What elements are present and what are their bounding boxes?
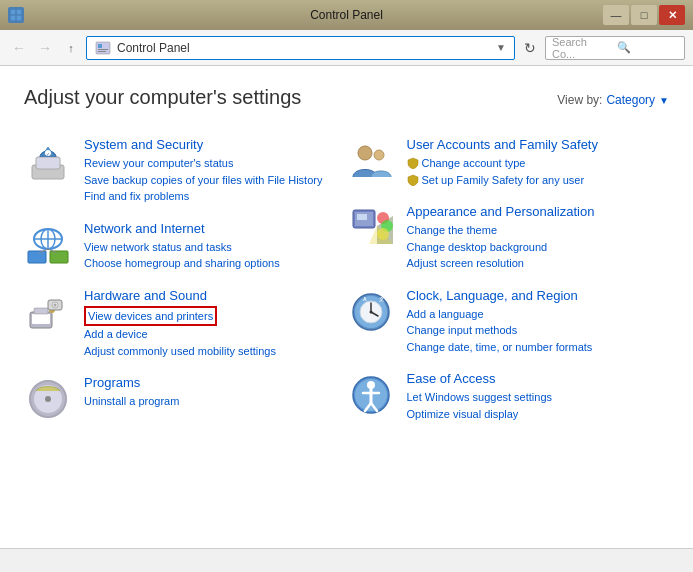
- svg-point-26: [54, 303, 57, 306]
- shield-small-icon2: [407, 174, 419, 186]
- link-screen-resolution[interactable]: Adjust screen resolution: [407, 255, 670, 272]
- right-column: User Accounts and Family Safety Change a…: [347, 129, 670, 431]
- svg-point-31: [358, 146, 372, 160]
- search-placeholder: Search Co...: [552, 36, 613, 60]
- address-icon: [95, 40, 111, 56]
- appearance-icon: [347, 204, 395, 252]
- svg-rect-3: [17, 16, 22, 21]
- svg-rect-0: [11, 10, 16, 15]
- svg-point-32: [374, 150, 384, 160]
- ease-access-icon: [347, 371, 395, 419]
- svg-point-47: [369, 310, 372, 313]
- view-by-arrow[interactable]: ▼: [659, 95, 669, 106]
- forward-button[interactable]: →: [34, 37, 56, 59]
- hardware-icon: [24, 288, 72, 336]
- view-by-value[interactable]: Category: [606, 93, 655, 107]
- link-suggest-settings[interactable]: Let Windows suggest settings: [407, 389, 670, 406]
- close-button[interactable]: ✕: [659, 5, 685, 25]
- maximize-button[interactable]: □: [631, 5, 657, 25]
- categories-grid: ✓ System and Security Review your comput…: [24, 129, 669, 431]
- link-change-theme[interactable]: Change the theme: [407, 222, 670, 239]
- category-user-accounts: User Accounts and Family Safety Change a…: [347, 129, 670, 196]
- clock-title[interactable]: Clock, Language, and Region: [407, 288, 670, 303]
- svg-rect-21: [32, 314, 50, 324]
- window-controls: — □ ✕: [603, 5, 685, 25]
- link-optimize-display[interactable]: Optimize visual display: [407, 406, 670, 423]
- svg-text:✓: ✓: [46, 151, 50, 157]
- link-family-safety[interactable]: Set up Family Safety for any user: [422, 172, 585, 189]
- category-system-security: ✓ System and Security Review your comput…: [24, 129, 347, 213]
- svg-rect-12: [28, 251, 46, 263]
- svg-rect-2: [11, 16, 16, 21]
- link-change-account-type[interactable]: Change account type: [422, 155, 526, 172]
- link-add-language[interactable]: Add a language: [407, 306, 670, 323]
- svg-rect-6: [98, 49, 108, 50]
- link-add-device[interactable]: Add a device: [84, 326, 347, 343]
- svg-point-41: [377, 228, 389, 240]
- view-by-label: View by:: [557, 93, 602, 107]
- programs-title[interactable]: Programs: [84, 375, 347, 390]
- link-desktop-background[interactable]: Change desktop background: [407, 239, 670, 256]
- user-accounts-title[interactable]: User Accounts and Family Safety: [407, 137, 670, 152]
- ease-access-content: Ease of Access Let Windows suggest setti…: [407, 371, 670, 422]
- svg-rect-9: [36, 157, 60, 169]
- window-title: Control Panel: [310, 8, 383, 22]
- app-icon: [8, 7, 24, 23]
- link-date-time[interactable]: Change date, time, or number formats: [407, 339, 670, 356]
- shield-small-icon: [407, 157, 419, 169]
- network-content: Network and Internet View network status…: [84, 221, 347, 272]
- user-accounts-content: User Accounts and Family Safety Change a…: [407, 137, 670, 188]
- appearance-content: Appearance and Personalization Change th…: [407, 204, 670, 272]
- svg-point-29: [45, 396, 51, 402]
- link-review-status[interactable]: Review your computer's status: [84, 155, 347, 172]
- svg-text:A: A: [363, 296, 367, 302]
- system-security-icon: ✓: [24, 137, 72, 185]
- link-mobility[interactable]: Adjust commonly used mobility settings: [84, 343, 347, 360]
- link-uninstall[interactable]: Uninstall a program: [84, 393, 347, 410]
- category-hardware: Hardware and Sound View devices and prin…: [24, 280, 347, 368]
- svg-rect-1: [17, 10, 22, 15]
- link-input-methods[interactable]: Change input methods: [407, 322, 670, 339]
- minimize-button[interactable]: —: [603, 5, 629, 25]
- address-bar: ← → ↑ Control Panel ▼ ↻ Search Co... 🔍: [0, 30, 693, 66]
- back-button[interactable]: ←: [8, 37, 30, 59]
- title-bar: Control Panel — □ ✕: [0, 0, 693, 30]
- svg-rect-13: [50, 251, 68, 263]
- link-homegroup[interactable]: Choose homegroup and sharing options: [84, 255, 347, 272]
- address-text: Control Panel: [117, 41, 190, 55]
- hardware-content: Hardware and Sound View devices and prin…: [84, 288, 347, 360]
- link-view-devices[interactable]: View devices and printers: [84, 306, 217, 327]
- svg-rect-5: [98, 44, 102, 48]
- header-row: Adjust your computer's settings View by:…: [24, 86, 669, 109]
- address-field[interactable]: Control Panel ▼: [86, 36, 515, 60]
- ease-access-title[interactable]: Ease of Access: [407, 371, 670, 386]
- link-troubleshoot[interactable]: Find and fix problems: [84, 188, 347, 205]
- network-icon: [24, 221, 72, 269]
- programs-icon: [24, 375, 72, 423]
- category-programs: Programs Uninstall a program: [24, 367, 347, 431]
- appearance-title[interactable]: Appearance and Personalization: [407, 204, 670, 219]
- svg-rect-35: [357, 214, 367, 220]
- link-network-status[interactable]: View network status and tasks: [84, 239, 347, 256]
- hardware-title[interactable]: Hardware and Sound: [84, 288, 347, 303]
- user-accounts-icon: [347, 137, 395, 185]
- system-security-title[interactable]: System and Security: [84, 137, 347, 152]
- left-column: ✓ System and Security Review your comput…: [24, 129, 347, 431]
- svg-rect-7: [98, 51, 106, 52]
- category-clock: A 文 Clock, Language, and Region Add a la…: [347, 280, 670, 364]
- refresh-button[interactable]: ↻: [519, 37, 541, 59]
- title-bar-left: [8, 7, 24, 23]
- category-network: Network and Internet View network status…: [24, 213, 347, 280]
- address-dropdown-arrow[interactable]: ▼: [496, 42, 506, 53]
- category-ease-access: Ease of Access Let Windows suggest setti…: [347, 363, 670, 430]
- network-title[interactable]: Network and Internet: [84, 221, 347, 236]
- programs-content: Programs Uninstall a program: [84, 375, 347, 410]
- search-icon: 🔍: [617, 41, 678, 54]
- svg-rect-22: [34, 308, 48, 314]
- up-button[interactable]: ↑: [60, 37, 82, 59]
- clock-icon: A 文: [347, 288, 395, 336]
- svg-text:文: 文: [379, 296, 384, 302]
- search-field[interactable]: Search Co... 🔍: [545, 36, 685, 60]
- status-bar: [0, 548, 693, 572]
- link-backup[interactable]: Save backup copies of your files with Fi…: [84, 172, 347, 189]
